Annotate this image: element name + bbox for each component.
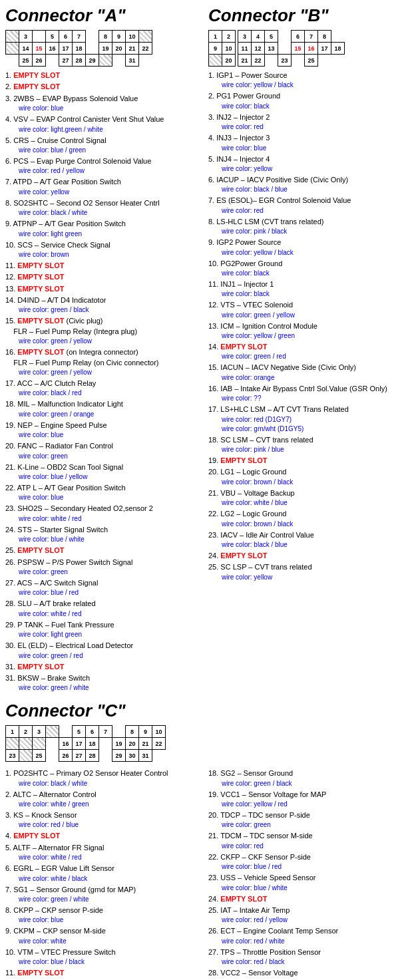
pin-c-27: 27. TPS – Throttle Position Sensorwire c…: [208, 947, 405, 967]
pin-a-27: 27. ACS – A/C Switch Signalwire color: b…: [5, 578, 202, 597]
pin-a-14: 14. D4IND – A/T D4 Indicatotorwire color…: [5, 295, 202, 315]
pin-c-3: 3. KS – Knock Sensorwire color: red / bl…: [5, 810, 202, 830]
pin-b-21: 21. VBU – Voltage Backupwire color: whit…: [208, 488, 405, 508]
pin-c-2: 2. ALTC – Alternator Controlwire color: …: [5, 790, 202, 809]
pin-a-1: 1. EMPTY SLOT: [5, 71, 202, 81]
connector-c-right-col: 18. SG2 – Sensor Groundwire color: green…: [208, 766, 405, 980]
connector-a-title: Connector "A": [5, 5, 202, 26]
pin-c-23: 23. USS – Vehicle Speed Sensorwire color…: [208, 873, 405, 892]
pin-b-20: 20. LG1 – Logic Groundwire color: brown …: [208, 467, 405, 486]
pin-b-15: 15. IACUN – IACV Negative Side (Civic On…: [208, 363, 405, 382]
connector-c-grid: 1 2 3 5 6 7 8 9 10: [5, 725, 405, 762]
pin-a-7: 7. ATPD – A/T Gear Position Switchwire c…: [5, 177, 202, 196]
pin-a-31a: 31. EMPTY SLOT: [5, 662, 202, 672]
pin-b-13: 13. ICM – Ignition Control Modulewire co…: [208, 321, 405, 341]
pin-a-9: 9. ATPNP – A/T Gear Position Switchwire …: [5, 219, 202, 238]
connector-a-section: Connector "A" 3 5 6 7 8 9 10: [5, 5, 202, 694]
pin-a-5: 5. CRS – Cruise Control Signalwire color…: [5, 136, 202, 155]
pin-b-18: 18. SC LSM – CVT trans relatedwire color…: [208, 435, 405, 454]
pin-a-17: 17. ACC – A/C Clutch Relaywire color: bl…: [5, 379, 202, 398]
pin-b-9: 9. IGP2 Power Sourcewire color: yellow /…: [208, 238, 405, 257]
pin-c-28: 28. VCC2 – Sensor Voltagewire color: yel…: [208, 968, 405, 980]
pin-a-19: 19. NEP – Engine Speed Pulsewire color: …: [5, 420, 202, 440]
pin-c-24: 24. EMPTY SLOT: [208, 894, 405, 904]
pin-b-5: 5. INJ4 – Injector 4wire color: yellow: [208, 154, 405, 174]
pin-a-31b: 31. BKSW – Brake Switchwire color: green…: [5, 673, 202, 693]
pin-c-7: 7. SG1 – Sensor Ground (grnd for MAP)wir…: [5, 885, 202, 904]
pin-b-7: 7. ES (ESOL)– EGR Control Solenoid Value…: [208, 196, 405, 215]
pin-c-8: 8. CKPP – CKP sensor P-sidewire color: b…: [5, 905, 202, 925]
pin-c-18: 18. SG2 – Sensor Groundwire color: green…: [208, 768, 405, 788]
pin-a-30: 30. EL (ELD) – Electrical Load Detectorw…: [5, 641, 202, 660]
pin-b-11: 11. INJ1 – Injector 1wire color: black: [208, 279, 405, 299]
pin-a-29: 29. P TANK – Fuel Tank Pressurewire colo…: [5, 620, 202, 639]
pin-a-15: 15. EMPTY SLOT (Civic plug) FLR – Fuel P…: [5, 316, 202, 346]
pin-a-13: 13. EMPTY SLOT: [5, 284, 202, 294]
connector-a-grid: 3 5 6 7 8 9 10 14 15: [5, 30, 202, 67]
connector-c-title: Connector "C": [5, 701, 405, 721]
pin-c-9: 9. CKPM – CKP sensor M-sidewire color: w…: [5, 926, 202, 945]
connector-b-pin-list: 1. IGP1 – Power Sourcewire color: yellow…: [208, 71, 405, 582]
pin-b-19: 19. EMPTY SLOT: [208, 456, 405, 466]
pin-a-8: 8. SO2SHTC – Second O2 Sensor Heater Cnt…: [5, 198, 202, 218]
pin-b-24: 24. EMPTY SLOT: [208, 551, 405, 561]
connector-c-two-col: 1. PO2SHTC – Primary O2 Sensor Heater Co…: [5, 766, 405, 980]
pin-b-2: 2. PG1 Power Groundwire color: black: [208, 91, 405, 110]
page: Connector "A" 3 5 6 7 8 9 10: [0, 0, 410, 980]
top-connectors-row: Connector "A" 3 5 6 7 8 9 10: [5, 5, 405, 694]
connector-c-right-pins: 18. SG2 – Sensor Groundwire color: green…: [208, 768, 405, 980]
pin-b-6: 6. IACUP – IACV Positive Side (Civic Onl…: [208, 175, 405, 194]
pin-b-25: 25. SC LSP – CVT trans relatedwire color…: [208, 562, 405, 581]
pin-b-3: 3. INJ2 – Injector 2wire color: red: [208, 112, 405, 132]
pin-b-1: 1. IGP1 – Power Sourcewire color: yellow…: [208, 71, 405, 90]
pin-c-5: 5. ALTF – Alternator FR Signalwire color…: [5, 843, 202, 862]
pin-a-16: 16. EMPTY SLOT (on Integra connector) FL…: [5, 347, 202, 377]
pin-a-22: 22. ATP L – A/T Gear Position Switchwire…: [5, 483, 202, 502]
connector-b-grid: 1 2 3 4 5 6 7 8 9 10: [208, 30, 405, 67]
pin-c-22: 22. CKFP – CKF Sensor P-sidewire color: …: [208, 852, 405, 872]
connector-b-section: Connector "B" 1 2 3 4 5 6 7 8: [208, 5, 405, 694]
pin-b-16: 16. IAB – Intake Air Bypass Cntrl Sol.Va…: [208, 384, 405, 403]
pin-b-12: 12. VTS – VTEC Solenoidwire color: green…: [208, 300, 405, 319]
pin-c-25: 25. IAT – Intake Air Tempwire color: red…: [208, 905, 405, 925]
pin-a-12: 12. EMPTY SLOT: [5, 272, 202, 282]
pin-c-21: 21. TDCM – TDC sensor M-sidewire color: …: [208, 831, 405, 850]
pin-c-26: 26. ECT – Engine Coolant Temp Sensorwire…: [208, 926, 405, 945]
connector-b-title: Connector "B": [208, 5, 405, 26]
pin-a-26: 26. PSPSW – P/S Power Switch Signalwire …: [5, 558, 202, 577]
pin-a-6: 6. PCS – Evap Purge Control Solenoid Val…: [5, 156, 202, 176]
pin-b-17: 17. LS+HLC LSM – A/T CVT Trans Relatedwi…: [208, 405, 405, 433]
pin-a-2: 2. EMPTY SLOT: [5, 82, 202, 92]
pin-b-4: 4. INJ3 – Injector 3wire color: blue: [208, 133, 405, 152]
connector-c-left-pins: 1. PO2SHTC – Primary O2 Sensor Heater Co…: [5, 768, 202, 980]
pin-a-23: 23. SHO2S – Secondary Heated O2,sensor 2…: [5, 504, 202, 523]
pin-a-3: 3. 2WBS – EVAP Bypass Solenoid Valuewire…: [5, 94, 202, 113]
pin-a-21: 21. K-Line – OBD2 Scan Tool Signalwire c…: [5, 462, 202, 482]
pin-a-25: 25. EMPTY SLOT: [5, 546, 202, 556]
pin-c-10: 10. VTM – VTEC Pressure Switchwire color…: [5, 947, 202, 967]
pin-a-24: 24. STS – Starter Signal Switchwire colo…: [5, 525, 202, 544]
pin-c-11: 11. EMPTY SLOT: [5, 968, 202, 978]
connector-a-pin-list: 1. EMPTY SLOT 2. EMPTY SLOT 3. 2WBS – EV…: [5, 71, 202, 693]
pin-b-8: 8. LS-HLC LSM (CVT trans related)wire co…: [208, 217, 405, 236]
pin-a-4: 4. VSV – EVAP Control Canister Vent Shut…: [5, 114, 202, 134]
pin-b-22: 22. LG2 – Logic Groundwire color: brown …: [208, 509, 405, 528]
pin-b-10: 10. PG2Power Groundwire color: black: [208, 259, 405, 278]
pin-c-1: 1. PO2SHTC – Primary O2 Sensor Heater Co…: [5, 768, 202, 788]
pin-b-14: 14. EMPTY SLOTwire color: green / red: [208, 342, 405, 361]
pin-b-23: 23. IACV – Idle Air Control Valuewire co…: [208, 530, 405, 550]
pin-a-28: 28. SLU – A/T brake relatedwire color: w…: [5, 599, 202, 618]
connector-c-section: Connector "C" 1 2 3 5 6 7 8 9 10: [5, 701, 405, 980]
pin-c-4: 4. EMPTY SLOT: [5, 831, 202, 841]
pin-c-19: 19. VCC1 – Sensor Voltage for MAPwire co…: [208, 790, 405, 809]
pin-a-18: 18. MIL – Malfunction Indicator Lightwir…: [5, 399, 202, 418]
connector-c-left-col: 1. PO2SHTC – Primary O2 Sensor Heater Co…: [5, 766, 202, 980]
pin-a-20: 20. FANC – Radiator Fan Controlwire colo…: [5, 441, 202, 460]
pin-a-11: 11. EMPTY SLOT: [5, 261, 202, 271]
pin-c-6: 6. EGRL – EGR Value Lift Sensorwire colo…: [5, 864, 202, 883]
pin-a-10: 10. SCS – Service Check Signalwire color…: [5, 240, 202, 259]
pin-c-20: 20. TDCP – TDC sensor P-sidewire color: …: [208, 810, 405, 830]
